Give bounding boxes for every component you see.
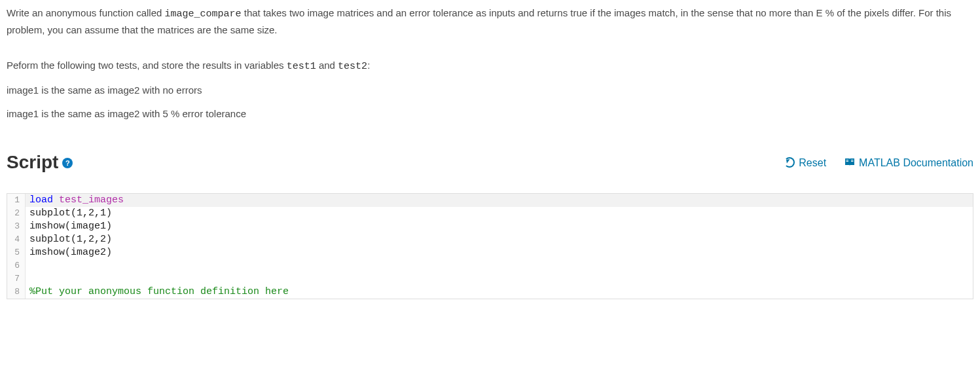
code-space: [53, 194, 59, 206]
code-line[interactable]: 5 imshow(image2): [7, 246, 973, 259]
code-content[interactable]: load test_images: [26, 194, 973, 207]
script-title: Script: [7, 148, 58, 177]
svg-rect-0: [846, 160, 849, 160]
code-line[interactable]: 8 %Put your anonymous function definitio…: [7, 286, 973, 299]
code-content[interactable]: %Put your anonymous function definition …: [26, 286, 973, 299]
code-content[interactable]: subplot(1,2,1): [26, 207, 973, 220]
code-content[interactable]: imshow(image1): [26, 220, 973, 233]
code-line[interactable]: 4 subplot(1,2,2): [7, 233, 973, 246]
book-icon: [844, 158, 855, 167]
svg-rect-1: [846, 161, 849, 162]
script-title-wrap: Script ?: [7, 148, 73, 177]
code-line[interactable]: 1 load test_images: [7, 194, 973, 207]
reset-label: Reset: [799, 155, 826, 172]
problem-p2-code2: test2: [338, 61, 367, 72]
code-content[interactable]: subplot(1,2,2): [26, 233, 973, 246]
line-number: 6: [7, 259, 26, 272]
code-editor[interactable]: 1 load test_images 2 subplot(1,2,1) 3 im…: [7, 193, 973, 299]
docs-label: MATLAB Documentation: [859, 155, 973, 172]
problem-p1-text-a: Write an anonymous function called: [7, 7, 165, 18]
matlab-docs-link[interactable]: MATLAB Documentation: [844, 155, 973, 172]
code-line[interactable]: 3 imshow(image1): [7, 220, 973, 233]
line-number: 3: [7, 220, 26, 233]
line-number: 7: [7, 272, 26, 286]
code-keyword: load: [29, 194, 53, 206]
problem-p2-mid: and: [316, 60, 338, 71]
code-content[interactable]: [26, 259, 973, 272]
line-number: 4: [7, 233, 26, 246]
problem-p2-text-a: Peform the following two tests, and stor…: [7, 60, 287, 71]
line-number: 2: [7, 207, 26, 220]
code-content[interactable]: imshow(image2): [26, 246, 973, 259]
code-content[interactable]: [26, 272, 973, 286]
problem-statement: Write an anonymous function called image…: [7, 5, 973, 122]
code-line[interactable]: 7: [7, 272, 973, 286]
code-identifier: test_images: [59, 194, 124, 206]
code-comment: %Put your anonymous function definition …: [29, 286, 289, 297]
problem-paragraph-1: Write an anonymous function called image…: [7, 5, 973, 38]
problem-paragraph-2: Peform the following two tests, and stor…: [7, 58, 973, 75]
problem-paragraph-4: image1 is the same as image2 with 5 % er…: [7, 106, 973, 122]
reset-button[interactable]: Reset: [784, 155, 826, 172]
help-icon[interactable]: ?: [62, 158, 73, 168]
line-number: 5: [7, 246, 26, 259]
problem-p2-code1: test1: [287, 61, 316, 72]
svg-rect-2: [851, 160, 854, 160]
reset-icon: [784, 157, 795, 168]
script-section-header: Script ? Reset MATLAB Documentation: [7, 148, 973, 177]
problem-p2-text-b: :: [367, 60, 370, 71]
svg-rect-3: [851, 161, 854, 162]
header-links: Reset MATLAB Documentation: [784, 155, 973, 172]
problem-paragraph-3: image1 is the same as image2 with no err…: [7, 83, 973, 98]
code-line[interactable]: 6: [7, 259, 973, 272]
line-number: 1: [7, 194, 26, 207]
line-number: 8: [7, 286, 26, 299]
problem-p1-code: image_compare: [165, 9, 242, 20]
code-line[interactable]: 2 subplot(1,2,1): [7, 207, 973, 220]
